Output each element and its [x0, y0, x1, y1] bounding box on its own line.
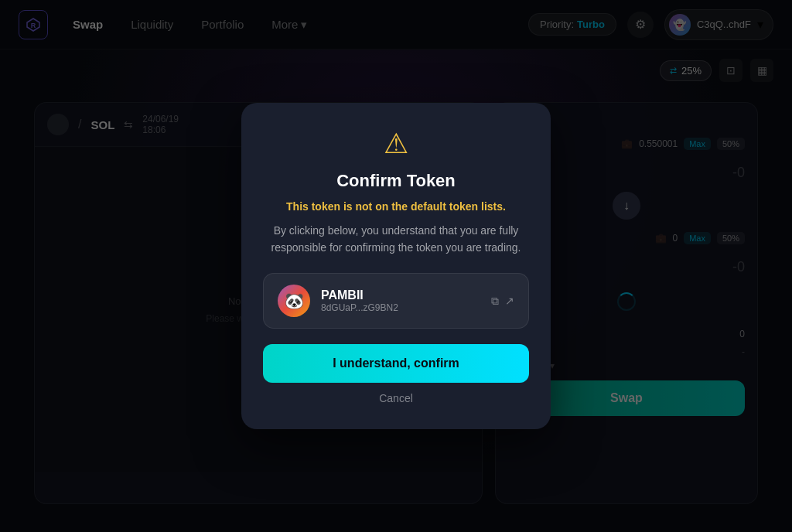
- modal-description: By clicking below, you understand that y…: [263, 222, 529, 257]
- token-details: PAMBII 8dGUaP...zG9BN2: [321, 288, 480, 313]
- warning-icon: ⚠: [263, 128, 529, 160]
- token-actions: ⧉ ↗: [491, 295, 514, 308]
- modal-warning-text: This token is not on the default token l…: [263, 200, 529, 213]
- confirm-token-modal: ⚠ Confirm Token This token is not on the…: [241, 103, 551, 430]
- confirm-button[interactable]: I understand, confirm: [263, 344, 529, 383]
- token-symbol: PAMBII: [321, 288, 480, 302]
- cancel-button[interactable]: Cancel: [263, 392, 529, 404]
- modal-title: Confirm Token: [263, 171, 529, 191]
- open-explorer-button[interactable]: ↗: [505, 295, 514, 308]
- modal-overlay: ⚠ Confirm Token This token is not on the…: [0, 0, 792, 532]
- token-address: 8dGUaP...zG9BN2: [321, 302, 480, 313]
- copy-address-button[interactable]: ⧉: [491, 295, 499, 308]
- token-avatar: 🐼: [278, 285, 310, 317]
- token-info-card: 🐼 PAMBII 8dGUaP...zG9BN2 ⧉ ↗: [263, 273, 529, 329]
